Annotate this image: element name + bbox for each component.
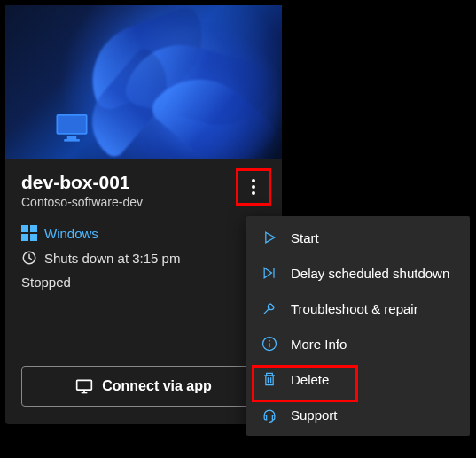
- windows-icon: [21, 225, 37, 241]
- trash-icon: [261, 370, 278, 388]
- menu-item-support[interactable]: Support: [246, 397, 470, 432]
- desktop-icon: [75, 378, 93, 394]
- play-icon: [261, 229, 278, 246]
- menu-item-delete[interactable]: Delete: [246, 361, 470, 397]
- devbox-subtitle: Contoso-software-dev: [21, 195, 143, 209]
- menu-label: More Info: [291, 337, 347, 352]
- vertical-dots-icon: [252, 179, 255, 195]
- menu-item-troubleshoot[interactable]: Troubleshoot & repair: [246, 291, 470, 326]
- connect-label: Connect via app: [102, 378, 212, 394]
- menu-label: Support: [291, 408, 338, 423]
- card-body: dev-box-001 Contoso-software-dev Windows: [5, 159, 282, 424]
- menu-label: Start: [291, 230, 319, 245]
- monitor-icon: [53, 108, 90, 145]
- play-next-icon: [261, 264, 278, 282]
- menu-label: Delete: [291, 372, 329, 387]
- devbox-title: dev-box-001: [21, 172, 143, 193]
- shutdown-row: Shuts down at 3:15 pm: [21, 250, 266, 266]
- menu-label: Troubleshoot & repair: [291, 301, 418, 316]
- svg-rect-3: [64, 139, 80, 142]
- shutdown-label: Shuts down at 3:15 pm: [44, 251, 180, 266]
- menu-item-start[interactable]: Start: [246, 220, 470, 255]
- svg-rect-8: [77, 380, 92, 390]
- svg-point-4: [252, 179, 255, 182]
- clock-icon: [21, 250, 37, 266]
- svg-point-13: [269, 340, 270, 342]
- info-icon: [261, 335, 278, 353]
- headset-icon: [261, 406, 278, 423]
- devbox-card: dev-box-001 Contoso-software-dev Windows: [5, 5, 282, 424]
- svg-rect-2: [67, 136, 77, 140]
- more-actions-button[interactable]: [241, 172, 266, 202]
- devbox-thumbnail: [5, 5, 282, 159]
- connect-button[interactable]: Connect via app: [21, 366, 266, 407]
- menu-item-moreinfo[interactable]: More Info: [246, 326, 470, 361]
- menu-item-delay[interactable]: Delay scheduled shutdown: [246, 255, 470, 291]
- status-label: Stopped: [21, 275, 266, 290]
- svg-rect-1: [58, 116, 86, 133]
- menu-label: Delay scheduled shutdown: [291, 266, 449, 281]
- svg-point-6: [252, 191, 255, 195]
- wrench-icon: [261, 299, 278, 317]
- os-row[interactable]: Windows: [21, 225, 266, 241]
- svg-point-5: [252, 185, 255, 189]
- os-label: Windows: [44, 226, 98, 241]
- context-menu: Start Delay scheduled shutdown Troublesh…: [246, 216, 470, 436]
